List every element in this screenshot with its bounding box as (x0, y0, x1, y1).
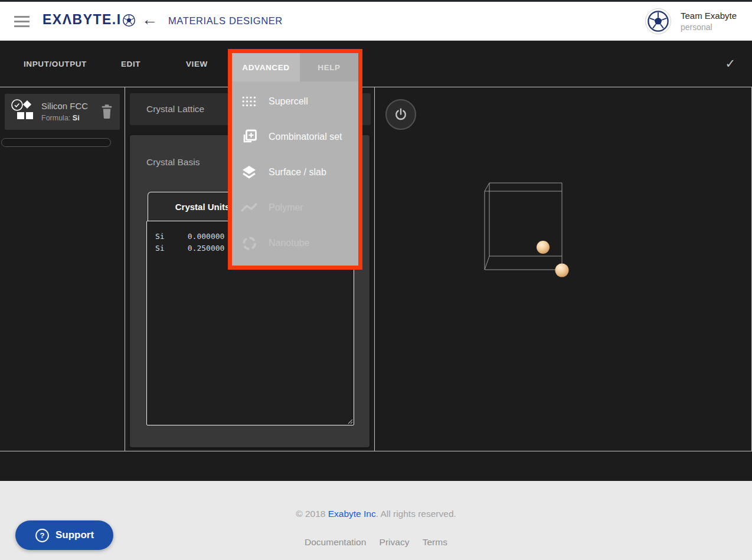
silicon-atom-1 (537, 241, 550, 254)
delete-material-icon[interactable] (101, 104, 113, 119)
account-widget[interactable]: Team Exabyte personal (645, 8, 737, 34)
logo-ball-icon (122, 14, 136, 27)
menu-item-combinatorial-set[interactable]: Combinatorial set (232, 119, 358, 155)
menu-item-nanotube: Nanotube (232, 225, 358, 261)
crystal-basis-title: Crystal Basis (146, 157, 200, 168)
material-type-icon (9, 98, 37, 125)
advanced-menu-list: Supercell Combinatorial set (232, 81, 358, 261)
app-header: EXΛBYTE.I ← MATERIALS DESIGNER (0, 2, 752, 41)
confirm-check-icon[interactable]: ✓ (725, 41, 735, 87)
link-privacy[interactable]: Privacy (380, 537, 410, 547)
menu-help[interactable]: HELP (300, 53, 358, 81)
account-type: personal (681, 22, 737, 32)
support-button[interactable]: ? Support (15, 520, 113, 550)
polymer-icon (240, 201, 258, 214)
material-formula: Formula: Si (41, 114, 80, 122)
silicon-atom-2 (555, 264, 569, 277)
menu-item-surface-slab[interactable]: Surface / slab (232, 155, 358, 190)
surface-slab-icon (240, 164, 258, 181)
combinatorial-set-icon (240, 129, 258, 145)
formula-value: Si (73, 114, 80, 122)
question-circle-icon: ? (35, 528, 50, 543)
company-link[interactable]: Exabyte Inc (328, 509, 376, 519)
materials-sidebar: Silicon FCC Formula: Si (0, 87, 125, 451)
content-area: Silicon FCC Formula: Si Crystal Lattice … (0, 87, 752, 451)
menu-advanced[interactable]: ADVANCED (232, 53, 300, 81)
account-name: Team Exabyte (681, 11, 737, 21)
svg-text:?: ? (40, 531, 44, 540)
material-list-item[interactable]: Silicon FCC Formula: Si (5, 94, 120, 130)
menu-edit[interactable]: EDIT (121, 41, 140, 87)
bottom-dark-band (0, 452, 752, 481)
menu-item-polymer: Polymer (232, 190, 358, 225)
three-d-viewer (375, 87, 752, 451)
sidebar-horizontal-scrollbar[interactable] (1, 138, 111, 147)
crystal-scene-canvas[interactable] (375, 87, 751, 452)
link-documentation[interactable]: Documentation (305, 537, 366, 547)
nanotube-icon (240, 235, 258, 251)
material-name: Silicon FCC (41, 101, 88, 111)
designer-menubar: INPUT/OUTPUT EDIT VIEW ✓ (0, 41, 752, 87)
unit-cell-wireframe (485, 183, 562, 270)
menu-item-supercell[interactable]: Supercell (232, 84, 358, 119)
exabyte-logo[interactable]: EXΛBYTE.I (42, 12, 136, 28)
menu-input-output[interactable]: INPUT/OUTPUT (24, 41, 87, 87)
page-title: MATERIALS DESIGNER (168, 15, 283, 27)
logo-text: EXΛBYTE.I (42, 12, 122, 28)
hamburger-menu-icon[interactable] (14, 16, 30, 28)
menu-view[interactable]: VIEW (186, 41, 208, 87)
page-footer: © 2018 Exabyte Inc. All rights reserved.… (0, 481, 752, 560)
supercell-grid-icon (240, 95, 258, 108)
back-arrow-icon[interactable]: ← (142, 11, 158, 29)
materials-designer-screen: EXΛBYTE.I ← MATERIALS DESIGNER (0, 0, 752, 560)
advanced-menu-dropdown: ADVANCED HELP Supercell Combinatorial se… (228, 49, 362, 270)
textarea-resize-handle[interactable] (346, 418, 353, 424)
copyright-line: © 2018 Exabyte Inc. All rights reserved. (0, 509, 752, 519)
link-terms[interactable]: Terms (423, 537, 447, 547)
avatar-ball-icon (647, 10, 669, 32)
avatar (645, 8, 671, 34)
